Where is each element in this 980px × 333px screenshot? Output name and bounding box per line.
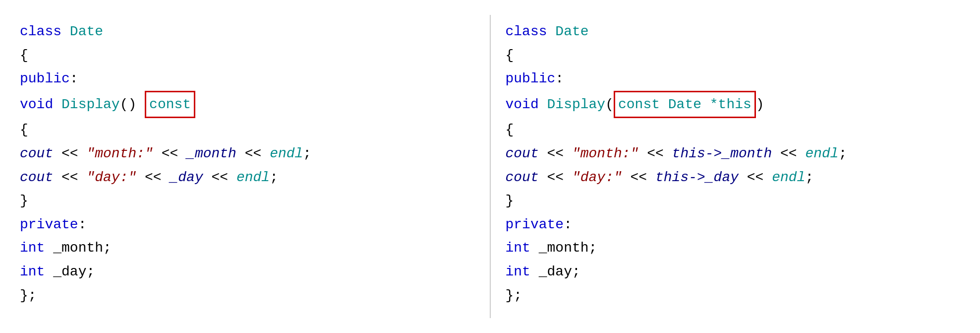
- right-line-brace3: }: [506, 189, 961, 213]
- right-line-public: public:: [506, 67, 961, 91]
- classname-date-left: Date: [70, 20, 103, 44]
- keyword-const-this-boxed-right: const Date *this: [614, 91, 756, 119]
- left-line-int-day: int _day;: [20, 260, 475, 284]
- keyword-int-day-right: int: [506, 260, 530, 284]
- func-display-left: Display: [61, 93, 120, 117]
- left-line-class: class Date: [20, 20, 475, 44]
- keyword-void-right: void: [506, 93, 539, 117]
- left-line-brace-semi: };: [20, 284, 475, 308]
- keyword-private-right: private: [506, 213, 564, 237]
- left-line-cout-day: cout << "day:" << _day << endl;: [20, 166, 475, 190]
- keyword-const-boxed-left: const: [145, 91, 195, 119]
- right-line-private: private:: [506, 213, 961, 237]
- left-line-brace3: }: [20, 189, 475, 213]
- left-line-int-month: int _month;: [20, 236, 475, 260]
- keyword-class-right: class: [506, 20, 547, 44]
- left-line-private: private:: [20, 213, 475, 237]
- func-display-right: Display: [547, 93, 606, 117]
- left-line-brace2: {: [20, 118, 475, 142]
- left-line-void-display: void Display() const: [20, 91, 475, 119]
- keyword-int-month-left: int: [20, 236, 45, 260]
- keyword-int-month-right: int: [506, 236, 530, 260]
- keyword-void-left: void: [20, 93, 53, 117]
- left-line-brace1: {: [20, 44, 475, 67]
- right-line-int-day: int _day;: [506, 260, 961, 284]
- right-code-panel: class Date { public: void Display(const …: [491, 10, 976, 323]
- right-line-brace1: {: [506, 44, 961, 67]
- right-line-class: class Date: [506, 20, 961, 44]
- keyword-public-left: public: [20, 67, 70, 91]
- right-line-int-month: int _month;: [506, 236, 961, 260]
- keyword-int-day-left: int: [20, 260, 45, 284]
- keyword-class-left: class: [20, 20, 61, 44]
- left-code-panel: class Date { public: void Display() cons…: [5, 10, 490, 323]
- right-line-void-display: void Display(const Date *this): [506, 91, 961, 119]
- right-line-cout-day: cout << "day:" << this->_day << endl;: [506, 166, 961, 190]
- left-line-cout-month: cout << "month:" << _month << endl;: [20, 142, 475, 166]
- right-line-brace-semi: };: [506, 284, 961, 308]
- right-line-brace2: {: [506, 118, 961, 142]
- keyword-private-left: private: [20, 213, 78, 237]
- right-line-cout-month: cout << "month:" << this->_month << endl…: [506, 142, 961, 166]
- keyword-public-right: public: [506, 67, 556, 91]
- left-line-public: public:: [20, 67, 475, 91]
- classname-date-right: Date: [555, 20, 588, 44]
